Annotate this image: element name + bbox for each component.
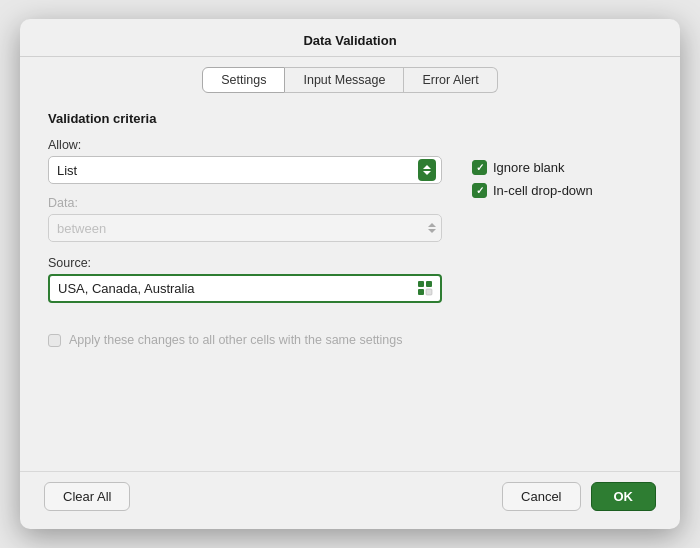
allow-select[interactable]: List <box>48 156 442 184</box>
svg-rect-1 <box>426 281 432 287</box>
clear-all-button[interactable]: Clear All <box>44 482 130 511</box>
tab-bar: Settings Input Message Error Alert <box>20 57 680 93</box>
svg-rect-3 <box>426 289 432 295</box>
data-label: Data: <box>48 196 442 210</box>
source-input[interactable] <box>50 276 412 301</box>
apply-label: Apply these changes to all other cells w… <box>69 333 403 347</box>
dialog-footer: Clear All Cancel OK <box>20 471 680 529</box>
ignore-blank-checkmark: ✓ <box>476 163 484 173</box>
tab-settings[interactable]: Settings <box>202 67 285 93</box>
incell-dropdown-checkmark: ✓ <box>476 186 484 196</box>
dialog-title: Data Validation <box>20 19 680 57</box>
incell-dropdown-label: In-cell drop-down <box>493 183 593 198</box>
cancel-button[interactable]: Cancel <box>502 482 580 511</box>
data-select-wrapper: between <box>48 214 442 242</box>
incell-dropdown-checkbox[interactable]: ✓ <box>472 183 487 198</box>
grid-picker-button[interactable] <box>412 277 440 301</box>
svg-rect-0 <box>418 281 424 287</box>
footer-right-buttons: Cancel OK <box>502 482 656 511</box>
section-title: Validation criteria <box>48 111 652 126</box>
incell-dropdown-row[interactable]: ✓ In-cell drop-down <box>472 183 652 198</box>
ok-button[interactable]: OK <box>591 482 657 511</box>
main-row: Allow: List Data: between <box>48 138 652 303</box>
allow-select-wrapper: List <box>48 156 442 184</box>
allow-label: Allow: <box>48 138 442 152</box>
ignore-blank-checkbox[interactable]: ✓ <box>472 160 487 175</box>
source-input-wrapper <box>48 274 442 303</box>
dialog-body: Validation criteria Allow: List Data: <box>20 93 680 471</box>
ignore-blank-label: Ignore blank <box>493 160 565 175</box>
data-validation-dialog: Data Validation Settings Input Message E… <box>20 19 680 529</box>
source-label: Source: <box>48 256 442 270</box>
apply-checkbox[interactable] <box>48 334 61 347</box>
left-column: Allow: List Data: between <box>48 138 442 303</box>
right-column: ✓ Ignore blank ✓ In-cell drop-down <box>472 138 652 198</box>
tab-error-alert[interactable]: Error Alert <box>404 67 497 93</box>
apply-row: Apply these changes to all other cells w… <box>48 333 652 347</box>
source-section: Source: <box>48 256 442 303</box>
ignore-blank-row[interactable]: ✓ Ignore blank <box>472 160 652 175</box>
data-select[interactable]: between <box>48 214 442 242</box>
grid-picker-icon <box>417 280 435 298</box>
tab-input-message[interactable]: Input Message <box>285 67 404 93</box>
svg-rect-2 <box>418 289 424 295</box>
